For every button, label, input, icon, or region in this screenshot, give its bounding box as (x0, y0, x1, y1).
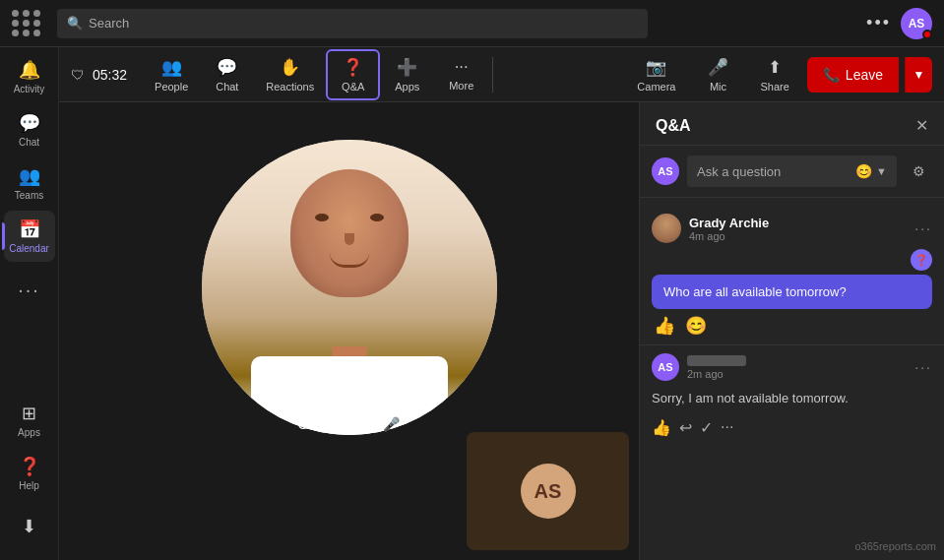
mic-button[interactable]: 🎤 Mic (693, 51, 742, 98)
sender-avatar-img-1 (652, 214, 681, 243)
qna-button[interactable]: ❓ Q&A (326, 49, 380, 100)
person-head (290, 169, 409, 297)
more-icon: ··· (18, 279, 40, 301)
close-button[interactable]: ✕ (915, 116, 928, 135)
question-badge-icon: ❓ (911, 249, 932, 271)
people-button[interactable]: 👥 People (143, 51, 200, 98)
more-options-button[interactable]: ••• (866, 13, 891, 33)
sidebar-item-apps[interactable]: ⊞ Apps (4, 395, 55, 446)
settings-button[interactable]: ⚙ (905, 157, 932, 185)
reaction-row-1: 👍 😊 (652, 315, 932, 337)
chevron-down-icon: ▼ (913, 68, 925, 82)
calendar-icon: 📅 (19, 218, 40, 240)
teams-icon: 👥 (19, 165, 40, 187)
apps-label: Apps (395, 81, 419, 93)
ask-input[interactable]: Ask a question 😊 ▼ (687, 156, 897, 187)
sidebar-label-chat: Chat (19, 137, 39, 148)
sidebar-bottom: ⊞ Apps ❓ Help ⬇ (0, 395, 58, 560)
main-video-bg (202, 140, 497, 435)
sender-time-1: 4m ago (689, 230, 769, 242)
chat-button[interactable]: 💬 Chat (200, 51, 254, 98)
reply-button[interactable]: ↩ (679, 418, 692, 437)
message-header-1: Grady Archie 4m ago ··· (652, 214, 932, 243)
video-area: Grady Archie 🎤 AS (59, 102, 639, 560)
search-placeholder: Search (89, 16, 129, 31)
download-icon: ⬇ (22, 516, 36, 537)
message-group-1: Grady Archie 4m ago ··· ❓ Who are all av… (640, 206, 944, 344)
message-group-2: AS 2m ago ··· Sorry, I am not available … (640, 344, 944, 445)
meeting-time: 05:32 (93, 67, 127, 83)
ask-question-row: AS Ask a question 😊 ▼ ⚙ (640, 146, 944, 198)
more-button[interactable]: ··· More (434, 51, 488, 97)
search-icon: 🔍 (67, 16, 83, 31)
sidebar-item-activity[interactable]: 🔔 Activity (4, 51, 55, 102)
active-indicator (2, 222, 5, 250)
self-avatar: AS (521, 464, 576, 519)
shield-icon: 🛡 (71, 67, 85, 83)
qna-header: Q&A ✕ (640, 102, 944, 146)
mic-label: Mic (710, 81, 726, 93)
chevron-down-icon[interactable]: ▼ (876, 165, 887, 177)
reply-bubble: Sorry, I am not available tomorrow. (652, 385, 932, 412)
smiley-button[interactable]: 😊 (685, 315, 707, 337)
apps-icon: ⊞ (22, 403, 36, 424)
sidebar-label-teams: Teams (15, 190, 43, 201)
person-silhouette (202, 140, 497, 435)
message-more-button-2[interactable]: ··· (914, 359, 932, 375)
apps-icon: ➕ (397, 57, 417, 78)
message-more-button-1[interactable]: ··· (914, 220, 932, 236)
apps-button[interactable]: ➕ Apps (380, 51, 434, 98)
camera-label: Camera (637, 81, 675, 93)
chat-label: Chat (216, 81, 238, 93)
leave-label: Leave (846, 67, 883, 83)
sidebar-label-apps: Apps (18, 427, 40, 438)
emoji-icon[interactable]: 😊 (855, 163, 872, 179)
user-avatar[interactable]: AS (901, 8, 932, 39)
sidebar-item-calendar[interactable]: 📅 Calendar (4, 211, 55, 262)
thumbs-up-button[interactable]: 👍 (654, 315, 675, 337)
self-video: AS (467, 432, 629, 550)
leave-button[interactable]: 📞 Leave (807, 57, 899, 93)
sidebar-item-help[interactable]: ❓ Help (4, 448, 55, 499)
main-video (202, 140, 497, 435)
more-label: More (449, 80, 473, 92)
gear-icon: ⚙ (913, 163, 925, 179)
activity-icon: 🔔 (19, 59, 40, 81)
ask-avatar: AS (652, 157, 679, 185)
qna-panel: Q&A ✕ AS Ask a question 😊 ▼ (639, 102, 944, 560)
qna-icon: ❓ (343, 57, 363, 78)
app-grid-icon[interactable] (12, 10, 41, 36)
search-bar[interactable]: 🔍 Search (57, 9, 648, 38)
sidebar-item-download[interactable]: ⬇ (4, 501, 55, 552)
share-button[interactable]: ⬆ Share (748, 51, 800, 98)
people-label: People (155, 81, 188, 93)
more-actions-button[interactable]: ··· (721, 418, 733, 436)
people-icon: 👥 (161, 57, 182, 78)
qna-label: Q&A (342, 81, 364, 93)
sender-avatar-2: AS (652, 353, 679, 381)
mute-icon: 🎤 (383, 416, 400, 432)
meeting-toolbar: 🛡 05:32 👥 People 💬 Chat ✋ Reactions ❓ (59, 47, 944, 102)
qna-messages: Grady Archie 4m ago ··· ❓ Who are all av… (640, 198, 944, 560)
camera-button[interactable]: 📷 Camera (625, 51, 687, 98)
toolbar-divider (492, 57, 493, 93)
share-label: Share (760, 81, 788, 93)
reactions-label: Reactions (266, 81, 314, 93)
check-button[interactable]: ✓ (700, 418, 713, 437)
sender-name-1: Grady Archie (689, 216, 769, 230)
sidebar: 🔔 Activity 💬 Chat 👥 Teams 📅 Calendar ···… (0, 47, 59, 560)
chat-icon: 💬 (217, 57, 237, 78)
sender-time-2: 2m ago (687, 368, 746, 380)
sidebar-item-teams[interactable]: 👥 Teams (4, 157, 55, 209)
question-bubble: Who are all available tomorrow? (652, 275, 932, 309)
main-layout: 🔔 Activity 💬 Chat 👥 Teams 📅 Calendar ···… (0, 47, 944, 560)
sidebar-item-chat[interactable]: 💬 Chat (4, 104, 55, 156)
help-icon: ❓ (19, 456, 40, 477)
sidebar-item-more[interactable]: ··· (4, 264, 55, 315)
more-icon: ··· (455, 57, 469, 77)
leave-dropdown-button[interactable]: ▼ (905, 57, 932, 93)
reactions-button[interactable]: ✋ Reactions (254, 51, 326, 98)
thumbs-up-reply-button[interactable]: 👍 (652, 418, 671, 437)
sidebar-label-help: Help (19, 480, 39, 491)
video-qna-layout: Grady Archie 🎤 AS Q&A ✕ A (59, 102, 944, 560)
